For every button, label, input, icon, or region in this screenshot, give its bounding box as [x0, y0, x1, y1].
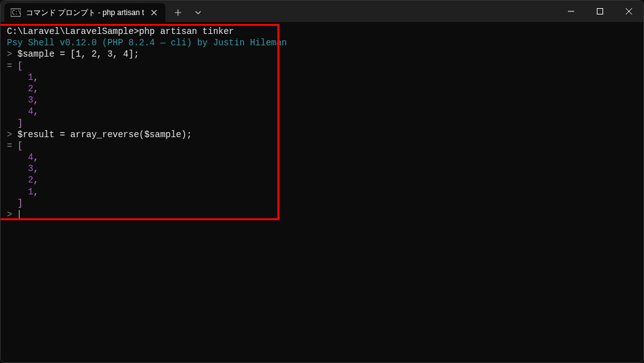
tab-dropdown-button[interactable]	[188, 3, 208, 22]
repl-input-2: > $result = array_reverse($sample);	[7, 129, 637, 140]
result-1-item: 3,	[7, 94, 637, 106]
result-2-item: 2,	[7, 174, 637, 186]
close-tab-icon[interactable]	[149, 8, 159, 18]
svg-rect-7	[597, 9, 603, 14]
result-2-open: = [	[7, 140, 637, 152]
result-2-item: 4,	[7, 152, 637, 163]
result-2-item: 1,	[7, 186, 637, 198]
svg-text:C:\: C:\	[12, 10, 21, 16]
result-1-item: 2,	[7, 83, 637, 94]
window-controls	[557, 1, 643, 22]
repl-input-1: > $sample = [1, 2, 3, 4];	[7, 48, 637, 60]
result-2-close: ]	[7, 198, 637, 209]
result-1-item: 1,	[7, 72, 637, 83]
repl-prompt-current: >	[7, 209, 637, 220]
result-1-item: 4,	[7, 106, 637, 117]
tab-controls	[165, 3, 211, 22]
close-window-button[interactable]	[614, 1, 643, 22]
result-1-close: ]	[7, 118, 637, 129]
cmd-icon: C:\	[11, 8, 21, 18]
tab-title: コマンド プロンプト - php artisan t	[26, 8, 144, 18]
cursor-icon	[19, 210, 19, 220]
result-2-item: 3,	[7, 163, 637, 174]
title-bar: C:\ コマンド プロンプト - php artisan t	[1, 1, 643, 22]
new-tab-button[interactable]	[168, 3, 188, 22]
minimize-button[interactable]	[557, 1, 586, 22]
command-line: C:\Laravel\LaravelSample>php artisan tin…	[7, 26, 637, 37]
maximize-button[interactable]	[586, 1, 614, 22]
result-1-open: = [	[7, 60, 637, 72]
active-tab[interactable]: C:\ コマンド プロンプト - php artisan t	[4, 3, 165, 22]
terminal-content[interactable]: C:\Laravel\LaravelSample>php artisan tin…	[1, 22, 643, 224]
psy-banner: Psy Shell v0.12.0 (PHP 8.2.4 — cli) by J…	[7, 37, 637, 48]
